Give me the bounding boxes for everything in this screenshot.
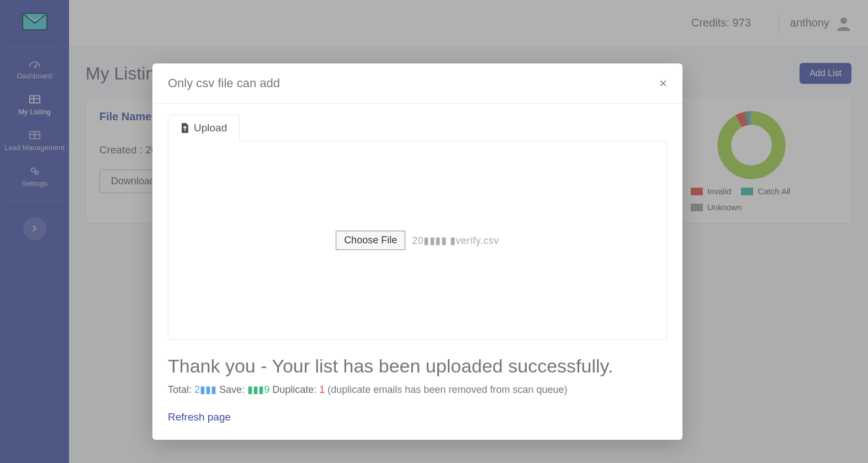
total-value: 2▮▮▮ [194,384,216,395]
upload-stats: Total: 2▮▮▮ Save: ▮▮▮9 Duplicate: 1 (dup… [152,377,682,396]
upload-modal: Only csv file can add × Upload Choose Fi… [152,63,682,440]
tab-label: Upload [194,122,227,134]
choose-file-button[interactable]: Choose File [336,231,405,250]
success-message: Thank you - Your list has been uploaded … [152,355,682,377]
total-label: Total: [168,384,192,395]
duplicate-note: (duplicate emails has been removed from … [327,384,567,395]
chosen-file-name: 20▮▮▮▮ ▮verify.csv [412,235,499,247]
refresh-page-link[interactable]: Refresh page [168,411,231,423]
upload-zone: Choose File 20▮▮▮▮ ▮verify.csv [168,141,667,340]
tabs: Upload [168,115,667,141]
modal-title: Only csv file can add [168,76,280,91]
duplicate-value: 1 [319,384,325,395]
modal-body: Upload Choose File 20▮▮▮▮ ▮verify.csv [152,104,682,340]
file-upload-icon [181,123,189,133]
close-button[interactable]: × [659,76,667,91]
save-value: ▮▮▮9 [247,384,269,395]
tab-upload[interactable]: Upload [168,115,240,141]
save-label: Save: [219,384,245,395]
duplicate-label: Duplicate: [272,384,316,395]
modal-header: Only csv file can add × [152,63,682,104]
close-icon: × [659,76,667,91]
